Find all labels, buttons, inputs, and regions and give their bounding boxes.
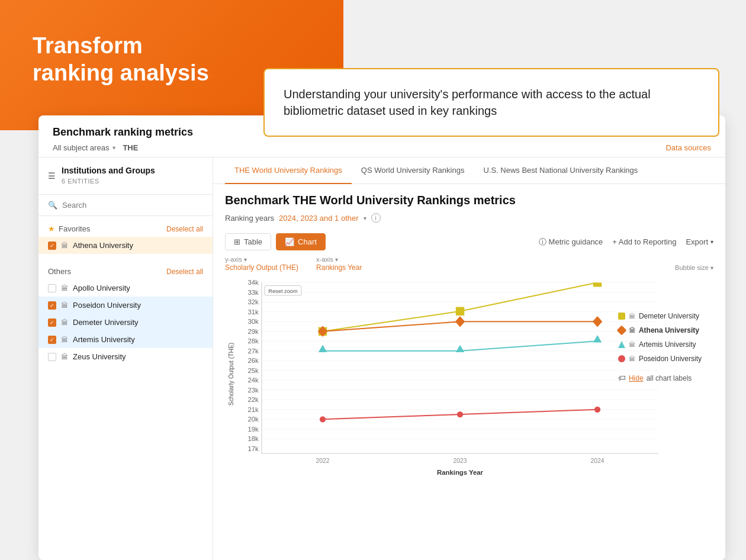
sidebar: ☰ Institutions and Groups 6 ENTITIES 🔍 ★… — [38, 157, 213, 560]
svg-line-55 — [460, 341, 597, 351]
svg-point-63 — [594, 407, 600, 413]
the-badge: THE — [123, 143, 138, 152]
chart-view-button[interactable]: 📈 Chart — [276, 233, 326, 250]
collapse-sidebar-icon[interactable]: ☰ — [48, 171, 56, 181]
svg-text:24k: 24k — [247, 376, 259, 384]
favorites-deselect-link[interactable]: Deselect all — [166, 225, 203, 233]
main-panel: Benchmark ranking metrics All subject ar… — [38, 115, 725, 560]
data-sources-link[interactable]: Data sources — [665, 143, 711, 152]
svg-marker-52 — [455, 316, 465, 327]
years-chevron-icon: ▾ — [364, 215, 366, 221]
svg-text:33k: 33k — [247, 289, 259, 296]
svg-line-49 — [323, 321, 460, 332]
hide-link[interactable]: Hide — [629, 374, 644, 382]
demeter-legend-icon — [618, 313, 625, 320]
demeter-legend-label: Demeter University — [639, 312, 699, 320]
svg-marker-57 — [456, 345, 464, 352]
info-circle-icon: ⓘ — [539, 237, 546, 247]
svg-text:28k: 28k — [247, 337, 259, 345]
tab-qs-world[interactable]: QS World University Rankings — [352, 157, 474, 184]
table-view-button[interactable]: ⊞ Table — [225, 233, 271, 250]
sidebar-item-poseidon[interactable]: ✓ 🏛 Poseidon University — [38, 297, 213, 314]
description-box: Understanding your university's performa… — [263, 68, 719, 137]
svg-text:32k: 32k — [247, 298, 259, 305]
y-axis-selector[interactable]: y-axis ▾ Scholarly Output (THE) — [225, 255, 298, 272]
apollo-building-icon: 🏛 — [61, 284, 68, 292]
svg-text:20k: 20k — [247, 416, 259, 423]
apollo-name: Apollo University — [73, 284, 130, 292]
favorites-group-header: ★ Favorites Deselect all — [38, 221, 213, 237]
content-header: Benchmark THE World University Rankings … — [213, 184, 725, 228]
table-icon: ⊞ — [234, 237, 240, 246]
svg-text:25k: 25k — [247, 367, 259, 374]
sidebar-item-artemis[interactable]: ✓ 🏛 Artemis University — [38, 331, 213, 348]
star-icon: ★ — [48, 224, 55, 233]
sidebar-item-apollo[interactable]: 🏛 Apollo University — [38, 279, 213, 297]
zeus-name: Zeus University — [73, 352, 126, 361]
sidebar-item-demeter[interactable]: ✓ 🏛 Demeter University — [38, 314, 213, 331]
favorites-label: Favorites — [59, 224, 90, 233]
poseidon-name: Poseidon University — [73, 301, 141, 310]
artemis-legend-icon — [618, 341, 625, 348]
legend-item-athena: 🏛 Athena University — [618, 326, 702, 334]
tab-us-news[interactable]: U.S. News Best National University Ranki… — [474, 157, 647, 184]
chart-container: y-axis ▾ Scholarly Output (THE) x-axis ▾… — [213, 255, 725, 560]
chart-wrapper: 34k 33k 32k 31k 30k 29k 28k — [225, 276, 713, 480]
others-deselect-link[interactable]: Deselect all — [166, 268, 203, 276]
export-chevron-icon: ▾ — [710, 239, 713, 245]
svg-text:17k: 17k — [247, 445, 259, 452]
demeter-name: Demeter University — [73, 318, 139, 327]
svg-line-60 — [460, 410, 597, 414]
athena-building-icon: 🏛 — [61, 242, 68, 250]
apollo-checkbox[interactable] — [48, 284, 56, 292]
chart-legend: 🏛 Demeter University 🏛 Athena University… — [618, 312, 702, 382]
svg-text:30k: 30k — [247, 318, 259, 325]
info-icon[interactable]: i — [371, 213, 381, 223]
sidebar-item-athena[interactable]: ✓ 🏛 Athena University — [38, 237, 213, 254]
description-text: Understanding your university's performa… — [284, 86, 699, 119]
svg-marker-56 — [319, 345, 327, 352]
sidebar-title: Institutions and Groups — [62, 166, 155, 175]
svg-text:18k: 18k — [247, 435, 259, 442]
others-label: Others — [48, 267, 71, 276]
hide-labels-row[interactable]: 🏷 Hide all chart labels — [618, 374, 702, 382]
add-to-reporting-button[interactable]: + Add to Reporting — [612, 237, 676, 246]
demeter-checkbox[interactable]: ✓ — [48, 318, 56, 327]
svg-line-45 — [460, 282, 597, 311]
subject-filter[interactable]: All subject areas ▾ — [53, 143, 115, 152]
svg-text:29k: 29k — [247, 328, 259, 335]
x-axis-selector[interactable]: x-axis ▾ Rankings Year — [316, 255, 362, 272]
svg-text:22k: 22k — [247, 396, 259, 403]
svg-text:2024: 2024 — [591, 458, 604, 464]
bubble-size-selector[interactable]: Bubble size ▾ — [675, 263, 713, 272]
sidebar-search-row: 🔍 — [38, 195, 213, 216]
sidebar-item-zeus[interactable]: 🏛 Zeus University — [38, 348, 213, 365]
ranking-years-prefix: Ranking years — [225, 214, 274, 223]
svg-point-62 — [457, 411, 463, 417]
poseidon-building-icon: 🏛 — [61, 301, 68, 310]
zeus-checkbox[interactable] — [48, 353, 56, 361]
ranking-years-value[interactable]: 2024, 2023 and 1 other — [279, 214, 358, 223]
svg-text:31k: 31k — [247, 308, 259, 316]
legend-item-demeter: 🏛 Demeter University — [618, 312, 702, 320]
search-input[interactable] — [62, 201, 203, 210]
tab-the-world[interactable]: THE World University Rankings — [225, 157, 352, 184]
toolbar-right: ⓘ Metric guidance + Add to Reporting Exp… — [539, 237, 713, 247]
metric-guidance-button[interactable]: ⓘ Metric guidance — [539, 237, 603, 247]
search-icon: 🔍 — [48, 201, 57, 210]
hero-title: Transform ranking analysis — [33, 33, 209, 86]
svg-text:21k: 21k — [247, 406, 259, 413]
poseidon-checkbox[interactable]: ✓ — [48, 301, 56, 310]
svg-marker-58 — [593, 335, 602, 342]
artemis-checkbox[interactable]: ✓ — [48, 336, 56, 344]
others-header: Others Deselect all — [38, 263, 213, 279]
svg-rect-47 — [456, 307, 464, 316]
svg-line-44 — [323, 311, 460, 332]
athena-checkbox[interactable]: ✓ — [48, 242, 56, 250]
filter-chevron-icon: ▾ — [112, 144, 115, 151]
svg-text:23k: 23k — [247, 387, 259, 394]
legend-item-artemis: 🏛 Artemis University — [618, 340, 702, 349]
svg-marker-53 — [593, 316, 603, 327]
svg-text:26k: 26k — [247, 357, 259, 364]
export-button[interactable]: Export ▾ — [686, 237, 713, 246]
